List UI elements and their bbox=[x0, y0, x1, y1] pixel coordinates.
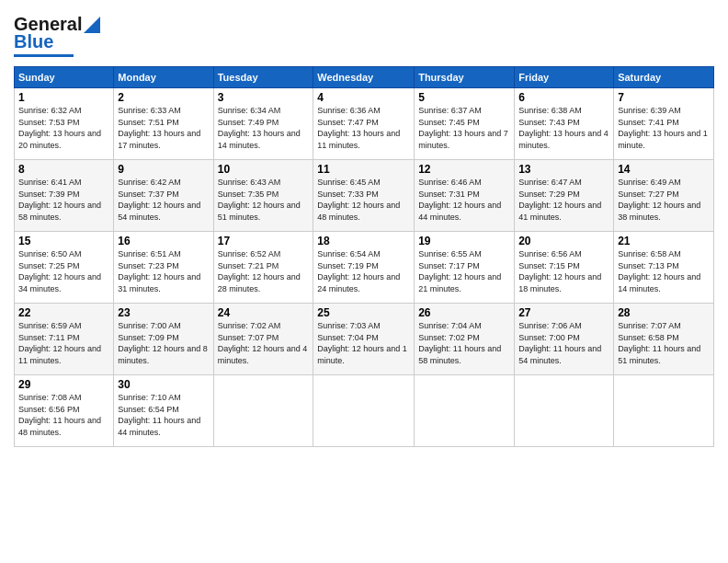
day-info: Sunrise: 7:07 AM Sunset: 6:58 PM Dayligh… bbox=[618, 320, 710, 366]
day-number: 21 bbox=[618, 235, 710, 247]
svg-marker-0 bbox=[84, 17, 100, 33]
day-info: Sunrise: 6:37 AM Sunset: 7:45 PM Dayligh… bbox=[418, 105, 510, 151]
weekday-wednesday: Wednesday bbox=[313, 67, 415, 88]
day-info: Sunrise: 7:02 AM Sunset: 7:07 PM Dayligh… bbox=[218, 320, 310, 366]
calendar-cell: 7 Sunrise: 6:39 AM Sunset: 7:41 PM Dayli… bbox=[614, 88, 714, 160]
day-info: Sunrise: 6:32 AM Sunset: 7:53 PM Dayligh… bbox=[18, 105, 109, 151]
calendar-cell: 3 Sunrise: 6:34 AM Sunset: 7:49 PM Dayli… bbox=[213, 88, 313, 160]
week-row-3: 15 Sunrise: 6:50 AM Sunset: 7:25 PM Dayl… bbox=[15, 232, 714, 304]
weekday-saturday: Saturday bbox=[614, 67, 714, 88]
day-number: 4 bbox=[317, 91, 410, 104]
day-number: 20 bbox=[518, 235, 609, 247]
day-info: Sunrise: 6:33 AM Sunset: 7:51 PM Dayligh… bbox=[118, 105, 209, 151]
day-info: Sunrise: 6:45 AM Sunset: 7:33 PM Dayligh… bbox=[317, 177, 410, 223]
day-number: 25 bbox=[317, 306, 410, 319]
day-info: Sunrise: 6:34 AM Sunset: 7:49 PM Dayligh… bbox=[218, 105, 310, 151]
day-number: 17 bbox=[218, 235, 310, 247]
calendar-cell: 22 Sunrise: 6:59 AM Sunset: 7:11 PM Dayl… bbox=[15, 304, 114, 375]
day-number: 9 bbox=[118, 163, 209, 176]
day-info: Sunrise: 6:49 AM Sunset: 7:27 PM Dayligh… bbox=[618, 177, 710, 223]
week-row-1: 1 Sunrise: 6:32 AM Sunset: 7:53 PM Dayli… bbox=[15, 88, 714, 160]
calendar-cell: 17 Sunrise: 6:52 AM Sunset: 7:21 PM Dayl… bbox=[213, 232, 313, 304]
calendar-cell: 12 Sunrise: 6:46 AM Sunset: 7:31 PM Dayl… bbox=[415, 160, 515, 232]
calendar-cell: 16 Sunrise: 6:51 AM Sunset: 7:23 PM Dayl… bbox=[114, 232, 213, 304]
day-number: 29 bbox=[18, 378, 109, 391]
calendar-cell: 23 Sunrise: 7:00 AM Sunset: 7:09 PM Dayl… bbox=[114, 304, 213, 375]
calendar-cell: 29 Sunrise: 7:08 AM Sunset: 6:56 PM Dayl… bbox=[15, 375, 114, 447]
calendar-cell bbox=[213, 375, 313, 447]
day-info: Sunrise: 6:51 AM Sunset: 7:23 PM Dayligh… bbox=[118, 248, 209, 294]
day-info: Sunrise: 6:56 AM Sunset: 7:15 PM Dayligh… bbox=[518, 248, 609, 294]
day-number: 14 bbox=[618, 163, 710, 176]
day-info: Sunrise: 6:52 AM Sunset: 7:21 PM Dayligh… bbox=[218, 248, 310, 294]
header: General Blue bbox=[14, 14, 714, 57]
calendar-cell: 24 Sunrise: 7:02 AM Sunset: 7:07 PM Dayl… bbox=[213, 304, 313, 375]
day-info: Sunrise: 7:00 AM Sunset: 7:09 PM Dayligh… bbox=[118, 320, 209, 366]
calendar-cell: 2 Sunrise: 6:33 AM Sunset: 7:51 PM Dayli… bbox=[114, 88, 213, 160]
day-info: Sunrise: 6:46 AM Sunset: 7:31 PM Dayligh… bbox=[418, 177, 510, 223]
weekday-tuesday: Tuesday bbox=[213, 67, 313, 88]
weekday-monday: Monday bbox=[114, 67, 213, 88]
calendar-cell: 5 Sunrise: 6:37 AM Sunset: 7:45 PM Dayli… bbox=[415, 88, 515, 160]
week-row-5: 29 Sunrise: 7:08 AM Sunset: 6:56 PM Dayl… bbox=[15, 375, 714, 447]
day-info: Sunrise: 6:41 AM Sunset: 7:39 PM Dayligh… bbox=[18, 177, 109, 223]
logo-blue: Blue bbox=[14, 31, 53, 52]
day-info: Sunrise: 6:50 AM Sunset: 7:25 PM Dayligh… bbox=[18, 248, 109, 294]
week-row-2: 8 Sunrise: 6:41 AM Sunset: 7:39 PM Dayli… bbox=[15, 160, 714, 232]
day-number: 8 bbox=[18, 163, 109, 176]
day-number: 7 bbox=[618, 91, 710, 104]
page: General Blue SundayMondayTuesdayWednesda… bbox=[0, 0, 728, 563]
day-number: 24 bbox=[218, 306, 310, 319]
logo-triangle-icon bbox=[82, 15, 102, 35]
day-info: Sunrise: 6:47 AM Sunset: 7:29 PM Dayligh… bbox=[518, 177, 609, 223]
day-info: Sunrise: 7:08 AM Sunset: 6:56 PM Dayligh… bbox=[18, 392, 109, 438]
weekday-friday: Friday bbox=[515, 67, 614, 88]
calendar-cell: 30 Sunrise: 7:10 AM Sunset: 6:54 PM Dayl… bbox=[114, 375, 213, 447]
calendar-cell: 6 Sunrise: 6:38 AM Sunset: 7:43 PM Dayli… bbox=[515, 88, 614, 160]
day-info: Sunrise: 6:59 AM Sunset: 7:11 PM Dayligh… bbox=[18, 320, 109, 366]
day-info: Sunrise: 6:54 AM Sunset: 7:19 PM Dayligh… bbox=[317, 248, 410, 294]
calendar-cell: 26 Sunrise: 7:04 AM Sunset: 7:02 PM Dayl… bbox=[415, 304, 515, 375]
day-info: Sunrise: 6:39 AM Sunset: 7:41 PM Dayligh… bbox=[618, 105, 710, 151]
week-row-4: 22 Sunrise: 6:59 AM Sunset: 7:11 PM Dayl… bbox=[15, 304, 714, 375]
calendar-cell bbox=[614, 375, 714, 447]
day-number: 10 bbox=[218, 163, 310, 176]
day-info: Sunrise: 6:55 AM Sunset: 7:17 PM Dayligh… bbox=[418, 248, 510, 294]
calendar-cell: 8 Sunrise: 6:41 AM Sunset: 7:39 PM Dayli… bbox=[15, 160, 114, 232]
day-number: 13 bbox=[518, 163, 609, 176]
calendar-cell: 11 Sunrise: 6:45 AM Sunset: 7:33 PM Dayl… bbox=[313, 160, 415, 232]
day-number: 23 bbox=[118, 306, 209, 319]
day-number: 12 bbox=[418, 163, 510, 176]
day-info: Sunrise: 6:43 AM Sunset: 7:35 PM Dayligh… bbox=[218, 177, 310, 223]
calendar-cell: 4 Sunrise: 6:36 AM Sunset: 7:47 PM Dayli… bbox=[313, 88, 415, 160]
calendar-cell: 15 Sunrise: 6:50 AM Sunset: 7:25 PM Dayl… bbox=[15, 232, 114, 304]
day-number: 28 bbox=[618, 306, 710, 319]
calendar-cell: 20 Sunrise: 6:56 AM Sunset: 7:15 PM Dayl… bbox=[515, 232, 614, 304]
weekday-header-row: SundayMondayTuesdayWednesdayThursdayFrid… bbox=[15, 67, 714, 88]
day-number: 6 bbox=[518, 91, 609, 104]
day-info: Sunrise: 6:42 AM Sunset: 7:37 PM Dayligh… bbox=[118, 177, 209, 223]
day-info: Sunrise: 7:04 AM Sunset: 7:02 PM Dayligh… bbox=[418, 320, 510, 366]
day-number: 30 bbox=[118, 378, 209, 391]
calendar-cell: 21 Sunrise: 6:58 AM Sunset: 7:13 PM Dayl… bbox=[614, 232, 714, 304]
calendar-cell bbox=[313, 375, 415, 447]
weekday-thursday: Thursday bbox=[415, 67, 515, 88]
logo-underline bbox=[14, 54, 74, 57]
day-number: 16 bbox=[118, 235, 209, 247]
calendar-cell: 18 Sunrise: 6:54 AM Sunset: 7:19 PM Dayl… bbox=[313, 232, 415, 304]
day-info: Sunrise: 6:38 AM Sunset: 7:43 PM Dayligh… bbox=[518, 105, 609, 151]
day-info: Sunrise: 6:36 AM Sunset: 7:47 PM Dayligh… bbox=[317, 105, 410, 151]
day-number: 19 bbox=[418, 235, 510, 247]
day-number: 3 bbox=[218, 91, 310, 104]
calendar-cell: 1 Sunrise: 6:32 AM Sunset: 7:53 PM Dayli… bbox=[15, 88, 114, 160]
day-info: Sunrise: 7:06 AM Sunset: 7:00 PM Dayligh… bbox=[518, 320, 609, 366]
calendar-cell: 10 Sunrise: 6:43 AM Sunset: 7:35 PM Dayl… bbox=[213, 160, 313, 232]
day-number: 15 bbox=[18, 235, 109, 247]
calendar-cell: 14 Sunrise: 6:49 AM Sunset: 7:27 PM Dayl… bbox=[614, 160, 714, 232]
day-number: 26 bbox=[418, 306, 510, 319]
day-number: 5 bbox=[418, 91, 510, 104]
day-number: 27 bbox=[518, 306, 609, 319]
calendar-cell bbox=[415, 375, 515, 447]
calendar-cell: 27 Sunrise: 7:06 AM Sunset: 7:00 PM Dayl… bbox=[515, 304, 614, 375]
calendar-cell bbox=[515, 375, 614, 447]
